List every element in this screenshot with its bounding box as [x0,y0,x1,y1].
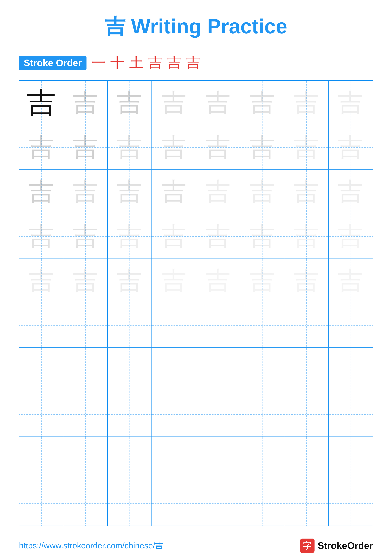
character-guide: 吉 [249,179,275,204]
footer: https://www.strokeorder.com/chinese/吉 字 … [19,526,373,553]
practice-grid: 吉 吉 吉 吉 吉 吉 吉 吉 [19,80,373,526]
grid-cell [108,303,152,347]
grid-cell [19,303,64,347]
character-guide: 吉 [29,268,54,293]
character-guide: 吉 [205,135,231,160]
grid-cell [196,303,240,347]
grid-row: 吉 吉 吉 吉 吉 吉 吉 吉 [19,170,373,214]
grid-cell: 吉 [152,81,196,125]
grid-cell: 吉 [284,170,328,214]
grid-cell: 吉 [64,81,107,125]
footer-url[interactable]: https://www.strokeorder.com/chinese/吉 [19,540,163,551]
grid-cell [284,348,328,392]
character-guide: 吉 [73,90,98,116]
grid-cell [19,481,64,526]
stroke-order-chars: 一 十 土 吉 吉 吉 [91,53,200,73]
grid-cell: 吉 [19,214,64,258]
grid-cell: 吉 [240,259,284,303]
grid-cell [328,303,373,347]
character-guide: 吉 [117,224,142,249]
grid-cell [152,437,196,481]
grid-cell [108,437,152,481]
character-guide: 吉 [161,179,186,204]
grid-cell: 吉 [328,259,373,303]
grid-cell [240,348,284,392]
character-guide: 吉 [249,268,275,293]
character-guide: 吉 [205,268,231,293]
grid-cell: 吉 [284,259,328,303]
grid-cell: 吉 [64,214,107,258]
character-guide: 吉 [294,90,319,116]
grid-cell: 吉 [284,81,328,125]
grid-cell: 吉 [196,170,240,214]
grid-cell [284,437,328,481]
grid-cell: 吉 [152,259,196,303]
character-guide: 吉 [338,268,363,293]
grid-row [19,348,373,392]
character-guide: 吉 [73,268,98,293]
grid-cell [240,437,284,481]
grid-cell: 吉 [152,170,196,214]
grid-cell: 吉 [64,125,107,169]
character-guide: 吉 [205,224,231,249]
stroke-5: 吉 [167,53,181,73]
grid-cell [19,392,64,437]
grid-cell: 吉 [19,125,64,169]
grid-cell: 吉 [240,81,284,125]
grid-row [19,437,373,481]
character-guide: 吉 [29,135,54,160]
page: 吉 Writing Practice Stroke Order 一 十 土 吉 … [0,0,392,555]
character-guide: 吉 [205,90,231,116]
character-guide: 吉 [73,135,98,160]
character-guide: 吉 [294,224,319,249]
character-guide: 吉 [117,268,142,293]
grid-cell: 吉 [196,125,240,169]
character-guide: 吉 [161,135,186,160]
stroke-1: 一 [91,53,106,73]
character-guide: 吉 [73,224,98,249]
character-guide: 吉 [205,179,231,204]
grid-cell: 吉 [152,214,196,258]
grid-cell [152,481,196,526]
character-guide: 吉 [294,135,319,160]
character-guide: 吉 [249,224,275,249]
character-guide: 吉 [161,224,186,249]
character-guide: 吉 [294,179,319,204]
character-guide: 吉 [161,268,186,293]
grid-cell [108,481,152,526]
stroke-6: 吉 [186,53,200,73]
stroke-order-row: Stroke Order 一 十 土 吉 吉 吉 [19,53,373,73]
grid-cell [196,481,240,526]
grid-cell [196,437,240,481]
grid-cell [19,437,64,481]
grid-row [19,392,373,437]
grid-row [19,481,373,526]
grid-cell: 吉 [108,259,152,303]
grid-cell [64,303,107,347]
grid-cell [196,392,240,437]
grid-row: 吉 吉 吉 吉 吉 吉 吉 吉 [19,259,373,303]
character-guide: 吉 [117,179,142,204]
grid-cell [152,348,196,392]
grid-cell: 吉 [196,81,240,125]
grid-cell: 吉 [108,81,152,125]
stroke-order-badge: Stroke Order [19,56,86,70]
grid-cell [328,348,373,392]
character-guide: 吉 [294,268,319,293]
grid-cell [64,481,107,526]
grid-cell [152,303,196,347]
grid-cell: 吉 [108,170,152,214]
grid-cell [108,348,152,392]
character-guide: 吉 [338,224,363,249]
page-title: 吉 Writing Practice [105,13,287,41]
grid-row: 吉 吉 吉 吉 吉 吉 吉 吉 [19,125,373,170]
brand-icon: 字 [300,539,314,553]
character-guide: 吉 [249,90,275,116]
grid-cell: 吉 [152,125,196,169]
character-guide: 吉 [338,90,363,116]
grid-cell: 吉 [328,81,373,125]
grid-cell: 吉 [196,214,240,258]
grid-cell: 吉 [196,259,240,303]
grid-cell: 吉 [108,214,152,258]
character-guide: 吉 [249,135,275,160]
